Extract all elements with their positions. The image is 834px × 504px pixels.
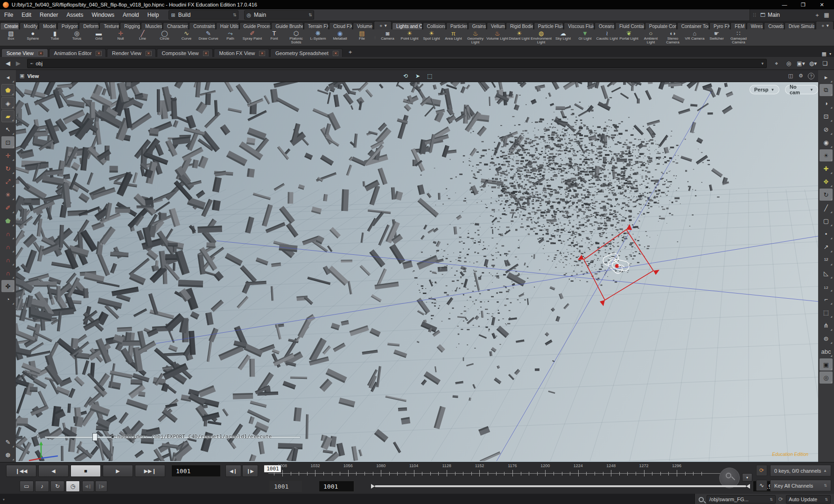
- shelf-tool-line[interactable]: ╱Line: [132, 29, 154, 46]
- shelf-tool-ambient-light[interactable]: ○Ambient Light: [640, 29, 662, 46]
- display-flag-icon[interactable]: ❆◢: [1, 449, 14, 461]
- pane-tab-render-view[interactable]: Render View✕: [107, 49, 155, 57]
- shelf-tab-characters[interactable]: Characters: [163, 22, 189, 29]
- shelf-tab-populate-con-[interactable]: Populate Con...: [645, 22, 677, 29]
- help-icon[interactable]: ?: [808, 73, 814, 79]
- shelf-tool-file[interactable]: ▤File: [351, 29, 373, 46]
- close-button[interactable]: ✕: [813, 2, 831, 8]
- viewport-pane-title[interactable]: View: [27, 73, 39, 79]
- point-normals-icon[interactable]: ↗◢: [820, 241, 833, 253]
- shelf-tool-point-light[interactable]: ☀Point Light: [399, 29, 421, 46]
- go-to-start-button[interactable]: ❙◀◀: [6, 465, 36, 477]
- show-objects-icon[interactable]: ⬟◢: [1, 84, 14, 96]
- pane-tab-composite-view[interactable]: Composite View✕: [157, 49, 213, 57]
- shelf-tool-spray-paint[interactable]: ✐Spray Paint: [241, 29, 263, 46]
- add-desktop-icon[interactable]: ＋: [813, 11, 822, 19]
- pose-tool-icon[interactable]: ✳◢: [1, 189, 14, 201]
- next-key-button[interactable]: ❙▶: [242, 465, 258, 477]
- playback-range-start-field[interactable]: 1001: [319, 481, 354, 492]
- menu-file[interactable]: File: [0, 12, 17, 18]
- menu-windows[interactable]: Windows: [87, 12, 119, 18]
- menu-assets[interactable]: Assets: [62, 12, 87, 18]
- shelf-tab-fem[interactable]: FEM: [730, 22, 746, 29]
- select-tool-icon[interactable]: ↖◢: [1, 123, 14, 135]
- frustum-corner-handles[interactable]: [578, 224, 659, 306]
- light-menu-icon[interactable]: ◍▾: [807, 60, 819, 67]
- shelf-tab-texture[interactable]: Texture: [99, 22, 119, 29]
- hud-slider[interactable]: 0 ◆ hudSlider: /obj/EXPORT_C4D/ropnet1/a…: [16, 432, 818, 442]
- shading-mode-icon[interactable]: ◑◢: [820, 97, 833, 109]
- shelf-tool-box[interactable]: ▧Box: [0, 29, 22, 46]
- scene-viewport[interactable]: Persp ▼ No cam ▼ 0 ◆ hudSlider: /obj/EXP…: [16, 82, 818, 462]
- shelf-tool-vr-camera[interactable]: ⌂VR Camera: [684, 29, 706, 46]
- shelf-tool-font[interactable]: TFont: [263, 29, 285, 46]
- shelf-tool-curve[interactable]: ∿Curve: [175, 29, 197, 46]
- follow-selection-icon[interactable]: ◎: [783, 60, 795, 67]
- geometry-menu-icon[interactable]: ▣▾: [795, 60, 807, 67]
- point-numbers-icon[interactable]: ¹²◢: [820, 254, 833, 266]
- shelf-tab-muscles[interactable]: Muscles: [141, 22, 162, 29]
- box-zoom-icon[interactable]: ▢◢: [820, 215, 833, 227]
- desktop-grid-icon[interactable]: ▦: [822, 12, 831, 18]
- snap-magnet-icon[interactable]: ∩◢: [1, 267, 14, 279]
- menu-help[interactable]: Help: [143, 12, 163, 18]
- timeline-ruler[interactable]: 1008103210561080110411281152117612001224…: [268, 463, 722, 477]
- close-tab-icon[interactable]: ✕: [38, 51, 44, 56]
- shelf-tab-wires[interactable]: Wires: [747, 22, 764, 29]
- shelf-tool-distant-light[interactable]: ☀Distant Light: [508, 29, 530, 46]
- shelf-tool-torus[interactable]: ◎Torus: [66, 29, 88, 46]
- shelf-tool-l-system[interactable]: ❋L-System: [307, 29, 329, 46]
- range-slider-right-arrow[interactable]: [746, 484, 750, 489]
- snap-prim-icon[interactable]: ∩◢: [1, 241, 14, 253]
- path-field[interactable]: ▪▫ obj ▾: [27, 59, 767, 68]
- shelf-tab-volume[interactable]: Volume: [353, 22, 373, 29]
- desktop-name-label[interactable]: Main: [768, 12, 780, 18]
- lighting-icon[interactable]: ☀◢: [820, 149, 833, 161]
- stop-button[interactable]: ■: [70, 465, 101, 477]
- shelf-tool-camera[interactable]: ◙Camera: [377, 29, 399, 46]
- shelf-tab-rigging[interactable]: Rigging: [120, 22, 140, 29]
- shelf-tool-caustic-light[interactable]: ≀Caustic Light: [596, 29, 618, 46]
- shelf-tool-metaball[interactable]: ◉Metaball: [329, 29, 351, 46]
- close-tab-icon[interactable]: ✕: [203, 51, 209, 56]
- shelf-tool-environment-light[interactable]: ◍Environment Light: [530, 29, 552, 46]
- shelf-tool-spot-light[interactable]: ☀Spot Light: [421, 29, 442, 46]
- shelf-tab-rigid-bodies[interactable]: Rigid Bodies: [506, 22, 533, 29]
- current-frame-field[interactable]: 1001: [171, 465, 221, 477]
- close-tab-icon[interactable]: ✕: [146, 51, 152, 56]
- play-reverse-button[interactable]: ◀: [38, 465, 69, 477]
- shelf-tool-circle[interactable]: ◯Circle: [154, 29, 175, 46]
- pane-tab-scene-view[interactable]: Scene View✕: [1, 49, 48, 57]
- shelf-tool-sphere[interactable]: ●Sphere: [22, 29, 44, 46]
- key-options-dropdown[interactable]: ▾: [742, 473, 752, 482]
- shelf-tool-null[interactable]: ✛Null: [110, 29, 132, 46]
- collapse-left-icon[interactable]: ◂◢: [1, 71, 14, 83]
- keys-info-box[interactable]: 0 keys, 0/0 channels ▲: [770, 465, 831, 476]
- show-geometry-icon[interactable]: ▰◢: [1, 110, 14, 122]
- particle-trail-icon[interactable]: ⋔◢: [820, 319, 833, 331]
- collapse-playbar-icon[interactable]: ▾: [3, 497, 5, 502]
- forward-button[interactable]: ▶: [13, 60, 23, 67]
- rotate-tool-icon[interactable]: ↻◢: [1, 162, 14, 175]
- shelf-tool-portal-light[interactable]: ❦Portal Light: [618, 29, 640, 46]
- pane-tab-geometry-spreadsheet[interactable]: Geometry Spreadsheet✕: [270, 49, 343, 57]
- no-selection-icon[interactable]: ⊘◢: [820, 123, 833, 135]
- shelf-tool-switcher[interactable]: ☛Switcher: [706, 29, 728, 46]
- turntable-icon[interactable]: ↻◢: [820, 189, 833, 201]
- loop-mode-button[interactable]: ↻: [50, 481, 64, 492]
- shelf-tab-particle-fluids[interactable]: Particle Fluids: [534, 22, 564, 29]
- shelf-tab-lights-and-c-[interactable]: Lights and C...: [392, 22, 422, 29]
- menu-arnold[interactable]: Arnold: [119, 12, 143, 18]
- headlight-icon[interactable]: ◉◢: [820, 136, 833, 148]
- shelf-tab-drive-simula-[interactable]: Drive Simula...: [785, 22, 815, 29]
- lock-handle-icon[interactable]: ⊡◢: [1, 136, 14, 148]
- snapshot-icon[interactable]: ⧉◢: [820, 84, 833, 96]
- toolbar-grip[interactable]: ⁞⁞: [753, 13, 757, 18]
- path-dropdown-icon[interactable]: ▾: [761, 61, 764, 66]
- add-shelf-tab-button[interactable]: ＋ ▾: [816, 21, 834, 29]
- view-orbit-icon[interactable]: ⟲: [399, 73, 412, 79]
- view-box-select-icon[interactable]: ⬚: [424, 73, 436, 79]
- shelf-tab-grains[interactable]: Grains: [468, 22, 486, 29]
- shelf-tab-modify[interactable]: Modify: [20, 22, 38, 29]
- shelf-tab-terrain-fx[interactable]: Terrain FX: [304, 22, 329, 29]
